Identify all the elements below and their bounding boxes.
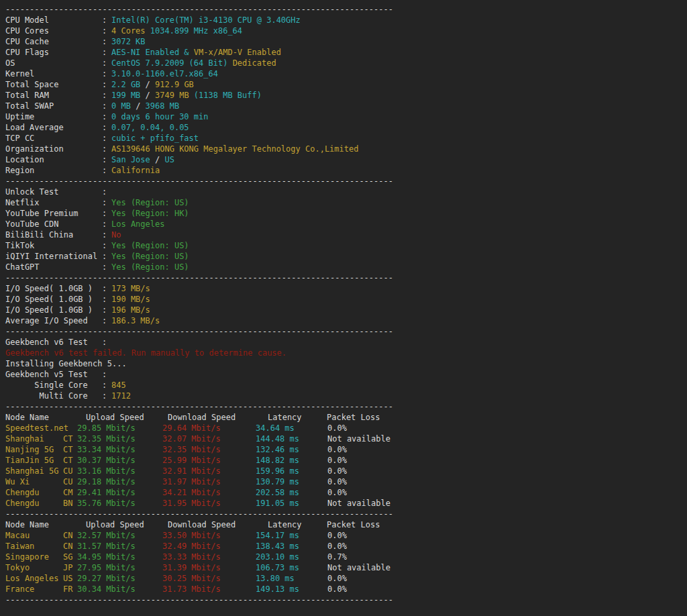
cell-packet-loss: 0.0% bbox=[327, 541, 347, 552]
cell-node-name: Chengdu bbox=[5, 487, 63, 498]
field-label: Region bbox=[5, 165, 102, 176]
terminal-line: Installing Geekbench 5... bbox=[5, 358, 687, 369]
field-colon: : bbox=[102, 79, 111, 90]
cell-packet-loss: 0.0% bbox=[327, 466, 347, 476]
terminal-line: Total SWAP:0 MB / 3968 MB bbox=[5, 101, 687, 111]
field-label: Kernel bbox=[5, 68, 102, 79]
terminal-line: OS:CentOS 7.9.2009 (64 Bit) Dedicated bbox=[5, 58, 687, 68]
cell-latency: 13.80 ms bbox=[256, 573, 327, 584]
cell-upload-speed: 33.16 Mbit/s bbox=[77, 466, 162, 476]
field-label: Total Space bbox=[5, 79, 102, 90]
cell-download-speed: 31.39 Mbit/s bbox=[162, 562, 256, 573]
value-segment: Intel(R) Core(TM) i3-4130 CPU @ 3.40GHz bbox=[111, 15, 301, 25]
value-segment: 0 MB bbox=[111, 101, 136, 111]
cell-latency: 148.82 ms bbox=[256, 455, 327, 466]
field-colon: : bbox=[102, 25, 111, 36]
value-segment: Yes (Region: US) bbox=[111, 252, 189, 261]
field-label: Unlock Test bbox=[5, 187, 102, 197]
cell-packet-loss: 0.0% bbox=[327, 584, 347, 595]
cell-latency: 191.05 ms bbox=[256, 498, 327, 509]
field-colon: : bbox=[102, 294, 111, 305]
field-colon: : bbox=[102, 380, 111, 391]
terminal-line: Load Average:0.07, 0.04, 0.05 bbox=[5, 122, 687, 133]
cell-node-name: Macau bbox=[5, 530, 63, 541]
value-segment: Yes (Region: HK) bbox=[111, 209, 189, 218]
value-segment: Dedicated bbox=[233, 58, 276, 68]
cell-node-name: Wu Xi bbox=[5, 476, 63, 487]
cell-upload-speed: 32.57 Mbit/s bbox=[77, 530, 162, 541]
terminal-line: CPU Model:Intel(R) Core(TM) i3-4130 CPU … bbox=[5, 15, 687, 25]
field-label: Uptime bbox=[5, 111, 102, 122]
cell-latency: 130.79 ms bbox=[256, 476, 327, 487]
section-system-info: CPU Model:Intel(R) Core(TM) i3-4130 CPU … bbox=[5, 15, 687, 176]
cell-node-name: Shanghai bbox=[5, 433, 63, 444]
header-cell: Node Name bbox=[5, 519, 86, 530]
separator-line: ----------------------------------------… bbox=[5, 4, 687, 15]
terminal-line: YouTube CDN:Los Angeles bbox=[5, 219, 687, 229]
field-colon: : bbox=[102, 111, 111, 122]
field-colon: : bbox=[102, 197, 111, 208]
cell-carrier: US bbox=[63, 573, 77, 584]
separator-line: ----------------------------------------… bbox=[5, 272, 687, 283]
cell-upload-speed: 27.95 Mbit/s bbox=[77, 562, 162, 573]
cell-download-speed: 33.33 Mbit/s bbox=[162, 552, 256, 562]
field-colon: : bbox=[102, 315, 111, 326]
field-label: Netflix bbox=[5, 197, 102, 208]
field-colon: : bbox=[102, 240, 111, 251]
field-colon: : bbox=[102, 208, 111, 219]
value-segment: 1712 bbox=[111, 391, 131, 401]
table-header-row: Node NameUpload SpeedDownload SpeedLaten… bbox=[5, 519, 687, 530]
cell-node-name: Shanghai 5G bbox=[5, 466, 63, 476]
cell-latency: 132.46 ms bbox=[256, 444, 327, 455]
terminal-line: CPU Cache:3072 KB bbox=[5, 36, 687, 47]
terminal-line: Kernel:3.10.0-1160.el7.x86_64 bbox=[5, 68, 687, 79]
terminal-line: Geekbench v6 Test: bbox=[5, 337, 687, 348]
cell-download-speed: 25.99 Mbit/s bbox=[162, 455, 256, 466]
terminal-line: YouTube Premium:Yes (Region: HK) bbox=[5, 208, 687, 219]
value-segment: Yes (Region: US) bbox=[111, 262, 189, 272]
field-colon: : bbox=[102, 251, 111, 262]
terminal-line: Average I/O Speed:186.3 MB/s bbox=[5, 315, 687, 326]
field-label: Location bbox=[5, 154, 102, 165]
cell-download-speed: 31.95 Mbit/s bbox=[162, 498, 256, 509]
cell-packet-loss: Not available bbox=[327, 562, 390, 573]
terminal-line: Netflix:Yes (Region: US) bbox=[5, 197, 687, 208]
section-geekbench: Geekbench v6 Test:Geekbench v6 test fail… bbox=[5, 337, 687, 401]
cell-download-speed: 32.49 Mbit/s bbox=[162, 541, 256, 552]
terminal-line: Geekbench v5 Test: bbox=[5, 369, 687, 380]
value-segment: Yes (Region: US) bbox=[111, 241, 189, 250]
cell-latency: 203.10 ms bbox=[256, 552, 327, 562]
header-cell: Node Name bbox=[5, 412, 86, 423]
value-segment: (1138 MB Buff) bbox=[194, 91, 262, 100]
cell-node-name: Tokyo bbox=[5, 562, 63, 573]
cell-upload-speed: 29.27 Mbit/s bbox=[77, 573, 162, 584]
value-segment: VM-x/AMD-V Enabled bbox=[194, 48, 281, 57]
value-segment: / bbox=[146, 91, 155, 100]
field-colon: : bbox=[102, 58, 111, 68]
value-segment: 4 Cores bbox=[111, 26, 150, 36]
cell-packet-loss: 0.0% bbox=[327, 444, 347, 455]
header-cell: Upload Speed bbox=[86, 412, 168, 423]
field-colon: : bbox=[102, 219, 111, 229]
field-colon: : bbox=[102, 305, 111, 315]
header-cell: Latency bbox=[268, 412, 327, 423]
value-segment: No bbox=[111, 230, 121, 240]
field-label: YouTube Premium bbox=[5, 208, 102, 219]
field-colon: : bbox=[102, 68, 111, 79]
cell-packet-loss: 0.0% bbox=[327, 530, 347, 541]
field-colon: : bbox=[102, 165, 111, 176]
field-colon: : bbox=[102, 283, 111, 294]
field-colon: : bbox=[102, 369, 111, 380]
value-segment: AES-NI Enabled & bbox=[111, 48, 194, 57]
cell-carrier: CN bbox=[63, 541, 77, 552]
value-segment: / bbox=[155, 155, 164, 164]
field-colon: : bbox=[102, 47, 111, 58]
value-segment: California bbox=[111, 166, 160, 175]
cell-upload-speed: 29.41 Mbit/s bbox=[77, 487, 162, 498]
cell-packet-loss: Not available bbox=[327, 498, 390, 509]
field-colon: : bbox=[102, 262, 111, 272]
cell-carrier: CT bbox=[63, 455, 77, 466]
terminal-line: Region:California bbox=[5, 165, 687, 176]
terminal-line: I/O Speed( 1.0GB ):190 MB/s bbox=[5, 294, 687, 305]
cell-carrier: SG bbox=[63, 552, 77, 562]
